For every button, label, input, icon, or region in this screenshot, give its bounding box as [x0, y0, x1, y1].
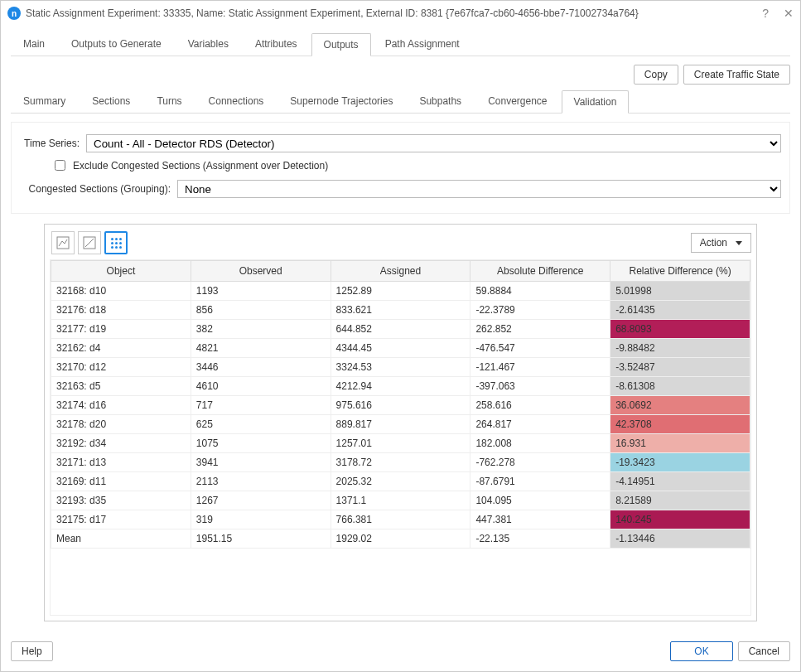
sub-tab-subpaths[interactable]: Subpaths	[407, 89, 474, 113]
view-scatter-button[interactable]	[78, 231, 101, 254]
main-tab-outputs[interactable]: Outputs	[311, 33, 371, 56]
cancel-button[interactable]: Cancel	[738, 641, 790, 661]
sub-tab-convergence[interactable]: Convergence	[475, 89, 559, 113]
dialog-window: n Static Assignment Experiment: 33335, N…	[0, 0, 801, 672]
table-row[interactable]: 32171: d1339413178.72-762.278-19.3423	[51, 453, 750, 472]
relative-diff-cell: 5.01998	[610, 282, 750, 301]
main-tab-variables[interactable]: Variables	[176, 32, 241, 56]
relative-diff-cell: -8.61308	[610, 377, 750, 396]
close-icon[interactable]: ✕	[784, 7, 794, 20]
relative-diff-cell: -4.14951	[610, 472, 750, 491]
relative-diff-cell: 36.0692	[610, 396, 750, 415]
titlebar-help-icon[interactable]: ?	[762, 7, 769, 20]
main-tab-attributes[interactable]: Attributes	[243, 32, 310, 56]
table-row[interactable]: 32168: d1011931252.8959.88845.01998	[51, 282, 750, 301]
relative-diff-cell: -2.61435	[610, 301, 750, 320]
relative-diff-cell: 16.931	[610, 434, 750, 453]
sub-tab-sections[interactable]: Sections	[80, 89, 142, 113]
main-tab-main[interactable]: Main	[11, 32, 57, 56]
relative-diff-cell: -3.52487	[610, 358, 750, 377]
create-traffic-state-button[interactable]: Create Traffic State	[683, 65, 790, 85]
relative-diff-cell: -19.3423	[610, 453, 750, 472]
time-series-label: Time Series:	[20, 138, 86, 149]
table-row[interactable]: 32174: d16717975.616258.61636.0692	[51, 396, 750, 415]
validation-table: ObjectObservedAssignedAbsolute Differenc…	[51, 260, 750, 549]
table-row[interactable]: 32176: d18856833.621-22.3789-2.61435	[51, 301, 750, 320]
titlebar: n Static Assignment Experiment: 33335, N…	[1, 1, 800, 26]
col-observed[interactable]: Observed	[191, 261, 331, 282]
relative-diff-cell: 8.21589	[610, 491, 750, 510]
sub-tabset: SummarySectionsTurnsConnectionsSupernode…	[11, 89, 790, 114]
col-object[interactable]: Object	[51, 261, 191, 282]
view-grid-button[interactable]	[104, 231, 128, 254]
filter-panel: Time Series: Count - All - Detector RDS …	[11, 122, 790, 214]
exclude-congested-checkbox[interactable]	[55, 160, 65, 171]
table-row[interactable]: 32193: d3512671371.1104.0958.21589	[51, 491, 750, 510]
sub-tab-supernode-trajectories[interactable]: Supernode Trajectories	[277, 89, 405, 113]
svg-line-2	[85, 239, 94, 247]
col-assigned[interactable]: Assigned	[331, 261, 470, 282]
grouping-select[interactable]: None	[177, 180, 781, 198]
sub-tab-turns[interactable]: Turns	[144, 89, 194, 113]
help-button[interactable]: Help	[11, 641, 53, 661]
dialog-footer: Help OK Cancel	[1, 635, 800, 671]
main-tabset: MainOutputs to GenerateVariablesAttribut…	[11, 32, 790, 56]
copy-button[interactable]: Copy	[634, 65, 678, 85]
grouping-label: Congested Sections (Grouping):	[20, 183, 177, 195]
ok-button[interactable]: OK	[670, 641, 732, 661]
relative-diff-cell: -9.88482	[610, 339, 750, 358]
table-row[interactable]: 32177: d19382644.852262.85268.8093	[51, 320, 750, 339]
relative-diff-cell: 140.245	[610, 510, 750, 529]
action-menu-button[interactable]: Action	[691, 233, 751, 253]
table-row[interactable]: 32192: d3410751257.01182.00816.931	[51, 434, 750, 453]
col-relative-difference-[interactable]: Relative Difference (%)	[610, 261, 750, 282]
table-row[interactable]: 32170: d1234463324.53-121.467-3.52487	[51, 358, 750, 377]
relative-diff-cell: 68.8093	[610, 320, 750, 339]
col-absolute-difference[interactable]: Absolute Difference	[470, 261, 610, 282]
relative-diff-cell: -1.13446	[610, 529, 750, 549]
table-row[interactable]: 32162: d448214344.45-476.547-9.88482	[51, 339, 750, 358]
app-icon: n	[7, 7, 21, 20]
sub-tab-connections[interactable]: Connections	[196, 89, 277, 113]
main-tab-path-assignment[interactable]: Path Assignment	[373, 32, 472, 56]
sub-tab-validation[interactable]: Validation	[562, 90, 630, 114]
table-row[interactable]: 32178: d20625889.817264.81742.3708	[51, 415, 750, 434]
action-label: Action	[700, 237, 727, 249]
validation-table-panel: Action ObjectObservedAssignedAbsolute Di…	[44, 224, 757, 621]
table-row[interactable]: Mean1951.151929.02-22.135-1.13446	[51, 529, 750, 549]
sub-tab-summary[interactable]: Summary	[11, 89, 78, 113]
table-row[interactable]: 32163: d546104212.94-397.063-8.61308	[51, 377, 750, 396]
chevron-down-icon	[736, 241, 742, 245]
table-row[interactable]: 32169: d1121132025.32-87.6791-4.14951	[51, 472, 750, 491]
table-row[interactable]: 32175: d17319766.381447.381140.245	[51, 510, 750, 529]
window-title: Static Assignment Experiment: 33335, Nam…	[26, 7, 639, 19]
time-series-select[interactable]: Count - All - Detector RDS (Detector)	[86, 134, 781, 152]
relative-diff-cell: 42.3708	[610, 415, 750, 434]
exclude-congested-label: Exclude Congested Sections (Assignment o…	[73, 160, 328, 172]
view-chart-button[interactable]	[51, 231, 75, 254]
svg-rect-0	[57, 237, 69, 249]
main-tab-outputs-to-generate[interactable]: Outputs to Generate	[59, 32, 174, 56]
